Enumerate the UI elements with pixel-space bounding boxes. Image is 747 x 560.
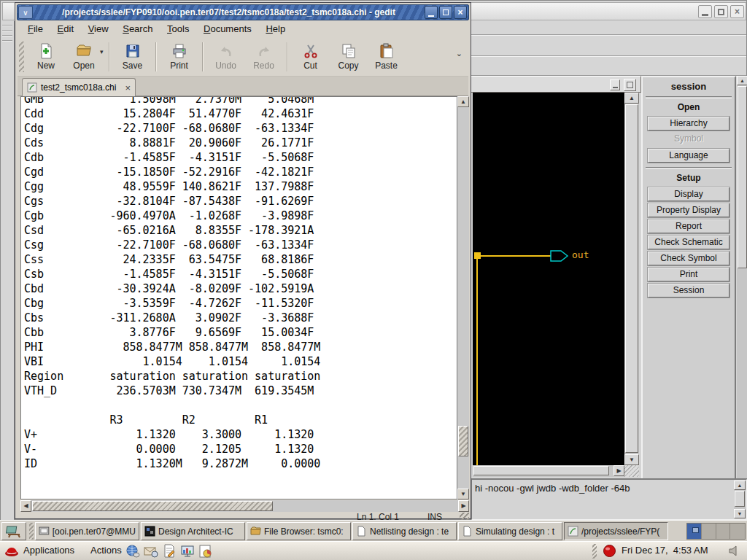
clock-applet[interactable]: Fri Dec 17, 4:53 AM (622, 545, 708, 556)
palette-scrollbar[interactable]: ▲ ▼ (737, 76, 747, 491)
email-launcher-icon[interactable] (144, 544, 158, 559)
check-symbol-button[interactable]: Check Symbol (648, 252, 729, 265)
scrollbar-thumb[interactable] (473, 466, 609, 475)
calc-launcher-icon[interactable] (198, 544, 213, 559)
toolbar-overflow-icon[interactable]: ⌄ (456, 49, 462, 58)
copy-button[interactable]: Copy (330, 39, 368, 74)
da-maximize-button[interactable] (714, 5, 728, 18)
gedit-minimize-button[interactable] (425, 6, 438, 19)
palette-open-header: Open (643, 100, 735, 114)
da-left-toolbar (1, 21, 15, 520)
gedit-maximize-button[interactable] (439, 6, 452, 19)
design-architect-icon (144, 526, 155, 537)
schematic-canvas[interactable]: out (473, 93, 624, 465)
scroll-up-button[interactable]: ▲ (737, 76, 747, 85)
check-schematic-button[interactable]: Check Schematic (648, 236, 729, 249)
show-desktop-button[interactable] (1, 522, 26, 540)
web-browser-launcher-icon[interactable] (125, 544, 140, 559)
cut-button[interactable]: Cut (292, 39, 330, 74)
hierarchy-button[interactable]: Hierarchy (648, 117, 729, 131)
schematic-titlebar[interactable] (471, 76, 641, 93)
output-port-icon (550, 249, 569, 263)
menu-tools[interactable]: Tools (161, 21, 195, 36)
language-button[interactable]: Language (648, 149, 729, 163)
schematic-maximize-button[interactable] (624, 79, 636, 91)
taskbar-button-file-browser[interactable]: File Browser: tsmc0: (247, 522, 351, 540)
schematic-minimize-button[interactable] (610, 79, 620, 90)
workspace-1[interactable] (687, 524, 702, 539)
editor-text[interactable]: GMB 1.5098M 2.7370M 5.0468M Cdd 15.2804F… (21, 96, 457, 471)
scrollbar-thumb[interactable] (735, 491, 745, 507)
taskbar-button-gedit[interactable]: /projects/sslee/FYP( (564, 522, 668, 540)
scroll-right-button[interactable]: ▶ (458, 500, 469, 512)
volume-icon[interactable] (728, 545, 740, 557)
actions-menu[interactable]: Actions (90, 545, 122, 556)
gedit-close-button[interactable]: × (454, 6, 467, 19)
schematic-vertical-scrollbar[interactable]: ▲ ▼ (624, 93, 639, 465)
open-dropdown-icon[interactable]: ▾ (100, 48, 104, 55)
toolbar-drag-handle[interactable] (19, 42, 24, 72)
document-icon (462, 526, 473, 537)
scroll-left-button[interactable]: ◀ (20, 500, 31, 512)
taskbar-button-design-architect[interactable]: Design Architect-IC (141, 522, 245, 540)
alert-notification-icon[interactable] (603, 544, 616, 558)
scrollbar-thumb[interactable] (458, 426, 468, 456)
taskbar-button-simulating[interactable]: Simulating design : t (458, 522, 562, 540)
scroll-down-button[interactable]: ▼ (734, 509, 746, 518)
redo-button[interactable]: Redo (245, 39, 283, 74)
da-minimize-button[interactable] (698, 5, 712, 18)
editor-horizontal-scrollbar[interactable]: ◀ ▶ (20, 500, 469, 512)
applications-menu[interactable]: Applications (23, 545, 74, 556)
print-button[interactable]: Print (160, 39, 198, 74)
resize-grip[interactable] (624, 465, 639, 477)
panel-drag-handle[interactable] (592, 544, 597, 559)
menu-file[interactable]: File (22, 21, 49, 36)
palette-title: session (643, 77, 735, 95)
window-menu-button[interactable]: ∨ (18, 6, 33, 19)
menu-documents[interactable]: Documents (198, 21, 258, 36)
report-button[interactable]: Report (648, 219, 729, 233)
open-button[interactable]: Open (65, 39, 103, 74)
da-close-button[interactable]: × (730, 5, 744, 18)
session-button[interactable]: Session (648, 284, 729, 298)
scroll-right-button[interactable]: ▶ (614, 465, 624, 476)
redhat-menu-icon[interactable] (4, 544, 19, 559)
menu-help[interactable]: Help (260, 21, 291, 36)
document-tab[interactable]: test2_tsmc018a.chi × (22, 78, 136, 96)
workspace-3[interactable] (716, 524, 731, 539)
display-button[interactable]: Display (648, 187, 729, 201)
undo-button[interactable]: Undo (207, 39, 245, 74)
impress-launcher-icon[interactable] (180, 544, 195, 559)
property-display-button[interactable]: Property Display (648, 203, 729, 217)
transcript-scrollbar[interactable]: ▲ ▼ (734, 481, 746, 518)
taskbar-button-netlisting[interactable]: Netlisting design : te (352, 522, 457, 540)
scrollbar-thumb[interactable] (32, 501, 273, 511)
scrollbar-thumb[interactable] (625, 104, 638, 453)
menu-search[interactable]: Search (117, 21, 158, 36)
gedit-titlebar[interactable]: ∨ /projects/sslee/FYP0910/ooi.pen.ter07/… (17, 4, 469, 20)
scrollbar-thumb[interactable] (738, 86, 747, 268)
writer-launcher-icon[interactable] (162, 544, 177, 559)
editor-vertical-scrollbar[interactable]: ▲ ▼ (457, 96, 469, 499)
menu-edit[interactable]: Edit (52, 21, 80, 36)
scroll-down-button[interactable]: ▼ (624, 454, 639, 465)
gnome-panel: Applications Actions Fri Dec 17, 4: (0, 541, 747, 560)
scroll-down-button[interactable]: ▼ (457, 489, 469, 499)
editor-viewport[interactable]: GMB 1.5098M 2.7370M 5.0468M Cdd 15.2804F… (20, 96, 457, 499)
paste-button[interactable]: Paste (368, 39, 406, 74)
gedit-menubar: File Edit View Search Tools Documents He… (18, 21, 468, 37)
save-button[interactable]: Save (114, 39, 152, 74)
workspace-2[interactable] (702, 524, 716, 539)
scroll-up-button[interactable]: ▲ (734, 481, 746, 490)
workspace-4[interactable] (730, 524, 745, 539)
panel-drag-handle[interactable] (29, 523, 34, 540)
new-button[interactable]: New (27, 39, 65, 74)
divider (646, 96, 732, 98)
scroll-up-button[interactable]: ▲ (457, 96, 469, 107)
scroll-up-button[interactable]: ▲ (624, 93, 639, 104)
schematic-horizontal-scrollbar[interactable]: ▶ (473, 465, 624, 477)
taskbar-button-terminal[interactable]: [ooi.pen.ter07@MMU (35, 522, 139, 540)
print-button[interactable]: Print (648, 268, 729, 281)
tab-close-icon[interactable]: × (125, 83, 131, 93)
menu-view[interactable]: View (82, 21, 115, 36)
